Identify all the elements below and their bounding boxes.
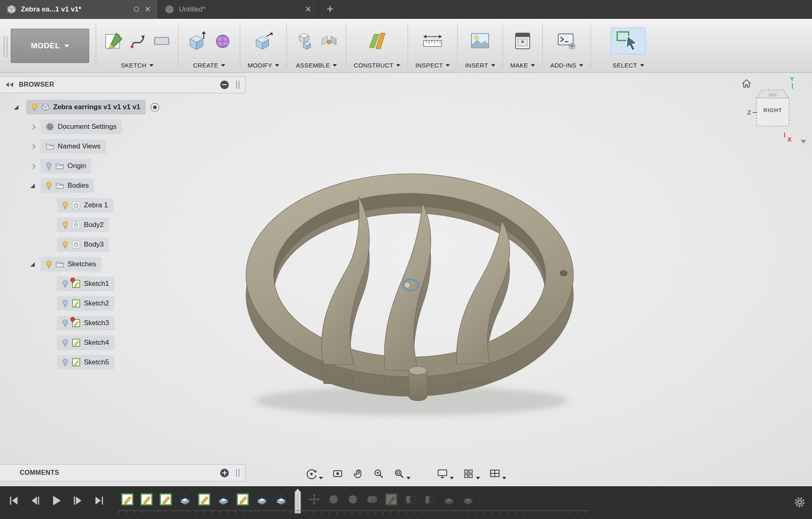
create-form-icon[interactable] bbox=[213, 31, 232, 51]
timeline-move-icon[interactable] bbox=[308, 493, 320, 506]
timeline-extrude-icon[interactable] bbox=[179, 493, 191, 506]
activate-component-radio[interactable] bbox=[150, 103, 160, 112]
viewport-3d-model[interactable] bbox=[244, 171, 580, 425]
zoom-button[interactable] bbox=[372, 467, 386, 481]
browser-item-sketch3[interactable]: Sketch3 bbox=[57, 316, 114, 330]
3d-print-icon[interactable] bbox=[513, 31, 532, 51]
close-tab-icon[interactable]: ✕ bbox=[305, 5, 311, 13]
construct-menu[interactable]: CONSTRUCT bbox=[354, 60, 400, 69]
make-menu[interactable]: MAKE bbox=[510, 60, 535, 69]
scripts-addins-icon[interactable] bbox=[557, 31, 577, 51]
viewcube-menu-icon[interactable] bbox=[801, 140, 806, 144]
create-sketch-icon[interactable] bbox=[104, 30, 125, 52]
visibility-bulb-icon[interactable] bbox=[62, 339, 68, 347]
timeline-sketch-icon[interactable] bbox=[237, 493, 249, 506]
press-pull-icon[interactable] bbox=[253, 30, 274, 52]
select-menu[interactable]: SELECT bbox=[613, 60, 644, 69]
modify-menu[interactable]: MODIFY bbox=[248, 60, 279, 69]
timeline-extrude-icon[interactable] bbox=[462, 493, 474, 506]
model-peg[interactable] bbox=[409, 366, 427, 401]
new-document-button[interactable]: + bbox=[318, 0, 342, 18]
go-to-start-button[interactable] bbox=[6, 492, 22, 510]
collapse-panel-icon[interactable] bbox=[6, 82, 13, 87]
rectangle-tool-icon[interactable] bbox=[153, 32, 171, 50]
timeline-sketch-icon[interactable] bbox=[385, 493, 397, 506]
close-tab-icon[interactable]: ✕ bbox=[144, 5, 151, 13]
panel-grip[interactable] bbox=[236, 469, 239, 477]
timeline-body-icon[interactable] bbox=[327, 493, 340, 506]
timeline-sketch-icon[interactable] bbox=[121, 493, 133, 506]
browser-item-sketch2[interactable]: Sketch2 bbox=[57, 296, 114, 311]
timeline-mirror-icon[interactable] bbox=[424, 493, 436, 506]
timeline-settings-gear-icon[interactable] bbox=[794, 497, 805, 508]
visibility-bulb-icon[interactable] bbox=[46, 260, 52, 269]
insert-image-icon[interactable] bbox=[470, 31, 490, 50]
timeline-extrude-icon[interactable] bbox=[443, 493, 455, 506]
browser-item-root[interactable]: Zebra earrings v1 v1 v1 v1 bbox=[26, 100, 146, 115]
panel-grip[interactable] bbox=[236, 81, 239, 89]
browser-item-sketch5[interactable]: Sketch5 bbox=[57, 355, 114, 370]
visibility-bulb-icon[interactable] bbox=[62, 358, 68, 367]
tab-document-untitled[interactable]: Untitled* ✕ bbox=[158, 0, 318, 18]
timeline-marker[interactable] bbox=[294, 488, 301, 514]
construction-plane-icon[interactable] bbox=[366, 31, 388, 51]
go-to-end-button[interactable] bbox=[91, 492, 107, 510]
visibility-bulb-icon[interactable] bbox=[62, 299, 68, 308]
timeline-extrude-icon[interactable] bbox=[275, 493, 287, 506]
viewport-canvas[interactable]: RIGHT Y Z X BROWSER Zebra earrings v1 v1… bbox=[0, 73, 812, 486]
inspect-menu[interactable]: INSPECT bbox=[415, 60, 450, 69]
add-comment-button[interactable] bbox=[220, 469, 229, 477]
collapse-all-button[interactable] bbox=[220, 81, 229, 89]
timeline-extrude-icon[interactable] bbox=[256, 493, 268, 506]
timeline-extrude-icon[interactable] bbox=[217, 493, 230, 506]
timeline-ruler[interactable] bbox=[119, 510, 589, 514]
pan-button[interactable] bbox=[351, 467, 365, 481]
expander-icon[interactable] bbox=[14, 105, 18, 110]
look-at-button[interactable] bbox=[331, 467, 345, 481]
browser-item-body3[interactable]: Body3 bbox=[57, 237, 109, 252]
sketch-menu[interactable]: SKETCH bbox=[121, 60, 153, 69]
workspace-selector[interactable]: MODEL bbox=[11, 29, 89, 63]
browser-item-named-views[interactable]: Named Views bbox=[41, 139, 106, 154]
expander-icon[interactable] bbox=[30, 164, 36, 169]
visibility-bulb-icon[interactable] bbox=[62, 240, 68, 249]
expander-icon[interactable] bbox=[30, 124, 36, 130]
visibility-bulb-icon[interactable] bbox=[62, 221, 68, 229]
grid-settings-button[interactable] bbox=[462, 467, 481, 481]
view-cube[interactable] bbox=[753, 88, 792, 129]
browser-item-sketch4[interactable]: Sketch4 bbox=[57, 335, 114, 350]
timeline-combine-icon[interactable] bbox=[366, 493, 378, 506]
spline-icon[interactable] bbox=[130, 32, 148, 50]
home-icon[interactable] bbox=[741, 79, 752, 88]
fit-button[interactable] bbox=[392, 467, 412, 481]
create-menu[interactable]: CREATE bbox=[193, 60, 226, 69]
browser-item-sketches[interactable]: Sketches bbox=[41, 257, 102, 272]
browser-item-bodies[interactable]: Bodies bbox=[41, 178, 94, 193]
browser-item-origin[interactable]: Origin bbox=[41, 159, 91, 173]
visibility-bulb-icon[interactable] bbox=[46, 162, 52, 171]
play-button[interactable] bbox=[48, 492, 65, 510]
joint-icon[interactable] bbox=[320, 31, 338, 50]
select-cursor-icon[interactable] bbox=[611, 27, 646, 54]
timeline-sketch-icon[interactable] bbox=[160, 493, 172, 506]
step-forward-button[interactable] bbox=[70, 492, 86, 510]
timeline-mirror-icon[interactable] bbox=[404, 493, 417, 506]
assemble-menu[interactable]: ASSEMBLE bbox=[296, 60, 337, 69]
visibility-bulb-icon[interactable] bbox=[62, 319, 68, 328]
display-settings-button[interactable] bbox=[435, 467, 455, 481]
toolbar-grip[interactable] bbox=[4, 36, 7, 57]
measure-icon[interactable] bbox=[422, 31, 444, 51]
visibility-bulb-icon[interactable] bbox=[62, 201, 68, 210]
expander-icon[interactable] bbox=[30, 262, 35, 267]
browser-item-zebra1[interactable]: Zebra 1 bbox=[57, 198, 113, 213]
timeline-body-icon[interactable] bbox=[347, 493, 359, 506]
browser-item-sketch1[interactable]: Sketch1 bbox=[57, 276, 114, 291]
orbit-button[interactable] bbox=[304, 467, 324, 481]
visibility-bulb-icon[interactable] bbox=[46, 182, 52, 190]
step-back-button[interactable] bbox=[27, 492, 43, 510]
tab-document-zebra[interactable]: Zebra ea...1 v1 v1* ✕ bbox=[0, 0, 158, 18]
expander-icon[interactable] bbox=[30, 184, 35, 188]
browser-item-document-settings[interactable]: Document Settings bbox=[41, 119, 122, 134]
addins-menu[interactable]: ADD-INS bbox=[550, 60, 583, 69]
visibility-bulb-icon[interactable] bbox=[32, 103, 38, 112]
